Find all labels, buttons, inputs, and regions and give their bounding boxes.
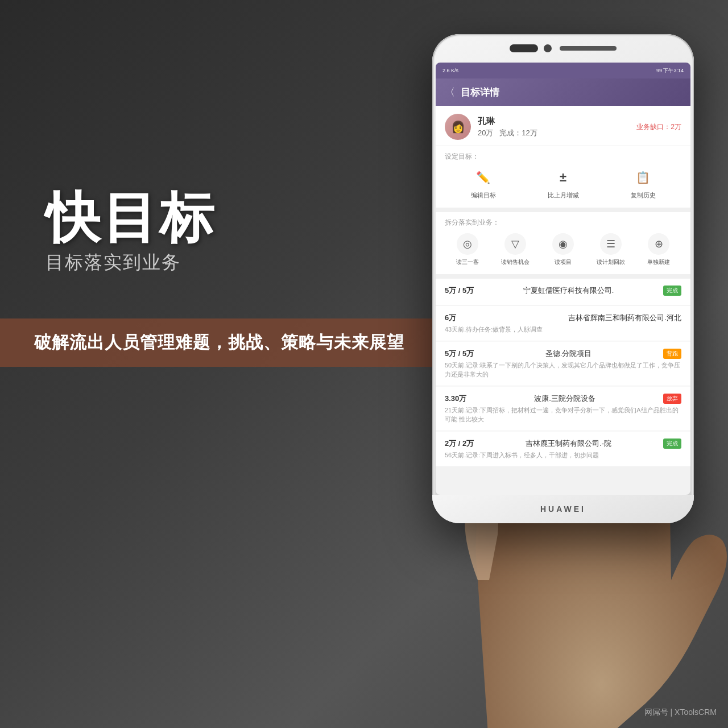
item-amount: 5万 / 5万 — [445, 349, 474, 359]
nav-title: 目标详情 — [461, 86, 499, 99]
item-desc: 21天前.记录:下周招标，把材料过一遍，竞争对手分析一下，感觉我们A组产品胜出的… — [445, 406, 681, 424]
project-icon: ◉ — [552, 233, 574, 255]
item-desc: 50天前.记录:联系了一下别的几个决策人，发现其它几个品牌也都做足了工作，竞争压… — [445, 361, 681, 379]
item-amount: 6万 — [445, 313, 456, 323]
phone-sensor — [544, 44, 552, 52]
item-company: 吉林省辉南三和制药有限公司.河北 — [568, 313, 681, 323]
phone-device: 2.6 K/s 99 下午3:14 〈 目标详情 👩 孔琳 20万 完成：12万 — [432, 34, 694, 523]
profile-stats: 20万 完成：12万 — [478, 128, 630, 138]
hero-title: 快目标 — [46, 182, 216, 256]
list-item[interactable]: 5万 / 5万 圣德.分院项目 背跑 50天前.记录:联系了一下别的几个决策人，… — [436, 342, 690, 386]
biz-sales-label: 读销售机会 — [501, 258, 530, 266]
status-badge: 完成 — [663, 286, 681, 296]
status-badge: 放弃 — [663, 394, 681, 404]
action-copy[interactable]: 📋 复制历史 — [631, 167, 656, 200]
increase-icon: ± — [553, 167, 573, 188]
item-company: 波康.三院分院设备 — [534, 394, 595, 404]
biz-project[interactable]: ◉ 读项目 — [552, 233, 574, 266]
back-button[interactable]: 〈 — [445, 85, 455, 99]
status-bar: 2.6 K/s 99 下午3:14 — [436, 63, 690, 78]
customers-icon: ◎ — [457, 233, 478, 255]
phone-frame: 2.6 K/s 99 下午3:14 〈 目标详情 👩 孔琳 20万 完成：12万 — [432, 34, 694, 523]
status-right: 99 下午3:14 — [656, 67, 684, 75]
profile-target: 20万 — [478, 129, 493, 137]
list-item[interactable]: 6万 吉林省辉南三和制药有限公司.河北 43天前.待办任务:做背景，人脉调查 — [436, 306, 690, 341]
avatar: 👩 — [445, 114, 471, 140]
plan-icon: ☰ — [600, 233, 622, 255]
item-desc: 56天前.记录:下周进入标书，经多人，干部进，初步问题 — [445, 451, 681, 460]
business-icons: ◎ 读三一客 ▽ 读销售机会 ◉ 读项目 ☰ 读计划回款 — [445, 233, 681, 266]
item-amount: 3.30万 — [445, 394, 466, 404]
sales-icon: ▽ — [504, 233, 526, 255]
action-buttons: ✏️ 编辑目标 ± 比上月增减 📋 复制历史 — [445, 167, 681, 200]
edit-icon: ✏️ — [473, 167, 494, 188]
list-item[interactable]: 3.30万 波康.三院分院设备 放弃 21天前.记录:下周招标，把材料过一遍，竞… — [436, 387, 690, 431]
biz-sales[interactable]: ▽ 读销售机会 — [501, 233, 530, 266]
list-section: 5万 / 5万 宁夏虹儒医疗科技有限公司. 完成 6万 吉林省辉南三和制药有限公… — [436, 279, 690, 467]
watermark: 网屌号 | XToolsCRM — [644, 708, 717, 718]
status-badge: 完成 — [663, 439, 681, 449]
new-icon: ⊕ — [648, 233, 669, 255]
profile-completed: 完成：12万 — [499, 129, 537, 137]
brand-logo: HUAWEI — [540, 504, 586, 514]
item-desc: 43天前.待办任务:做背景，人脉调查 — [445, 325, 681, 334]
item-company: 宁夏虹儒医疗科技有限公司. — [523, 286, 614, 296]
list-item[interactable]: 2万 / 2万 吉林鹿王制药有限公司.-院 完成 56天前.记录:下周进入标书，… — [436, 432, 690, 467]
banner: 破解流出人员管理难题，挑战、策略与未来展望 — [0, 318, 444, 367]
phone-speaker — [560, 46, 617, 51]
action-copy-label: 复制历史 — [631, 191, 656, 200]
phone-camera — [510, 44, 538, 52]
biz-project-label: 读项目 — [555, 258, 572, 266]
item-amount: 5万 / 5万 — [445, 286, 474, 296]
banner-text: 破解流出人员管理难题，挑战、策略与未来展望 — [34, 331, 410, 354]
phone-bottom: HUAWEI — [432, 495, 694, 523]
status-badge: 背跑 — [663, 349, 681, 359]
action-increase-label: 比上月增减 — [548, 191, 579, 200]
business-label: 拆分落实到业务： — [445, 218, 681, 228]
profile-info: 孔琳 20万 完成：12万 — [478, 116, 630, 138]
biz-new-label: 单独新建 — [647, 258, 670, 266]
profile-section: 👩 孔琳 20万 完成：12万 业务缺口：2万 — [436, 106, 690, 146]
biz-customers-label: 读三一客 — [456, 258, 479, 266]
actions-label: 设定目标： — [445, 152, 681, 162]
biz-plan[interactable]: ☰ 读计划回款 — [597, 233, 625, 266]
item-company: 吉林鹿王制药有限公司.-院 — [526, 439, 611, 449]
phone-screen: 2.6 K/s 99 下午3:14 〈 目标详情 👩 孔琳 20万 完成：12万 — [436, 63, 690, 495]
list-item[interactable]: 5万 / 5万 宁夏虹儒医疗科技有限公司. 完成 — [436, 279, 690, 305]
profile-name: 孔琳 — [478, 116, 630, 127]
action-edit-label: 编辑目标 — [471, 191, 496, 200]
hero-subtitle: 目标落实到业务 — [46, 250, 181, 275]
business-section: 拆分落实到业务： ◎ 读三一客 ▽ 读销售机会 ◉ 读项目 — [436, 212, 690, 279]
biz-new[interactable]: ⊕ 单独新建 — [647, 233, 670, 266]
profile-deficit: 业务缺口：2万 — [636, 122, 681, 132]
item-company: 圣德.分院项目 — [545, 349, 592, 359]
action-increase[interactable]: ± 比上月增减 — [548, 167, 579, 200]
action-edit[interactable]: ✏️ 编辑目标 — [471, 167, 496, 200]
copy-icon: 📋 — [633, 167, 653, 188]
nav-bar: 〈 目标详情 — [436, 78, 690, 106]
actions-section: 设定目标： ✏️ 编辑目标 ± 比上月增减 📋 复制历史 — [436, 146, 690, 212]
item-amount: 2万 / 2万 — [445, 439, 474, 449]
biz-plan-label: 读计划回款 — [597, 258, 625, 266]
status-speed: 2.6 K/s — [442, 68, 458, 73]
biz-customers[interactable]: ◎ 读三一客 — [456, 233, 479, 266]
phone-top — [432, 34, 694, 63]
